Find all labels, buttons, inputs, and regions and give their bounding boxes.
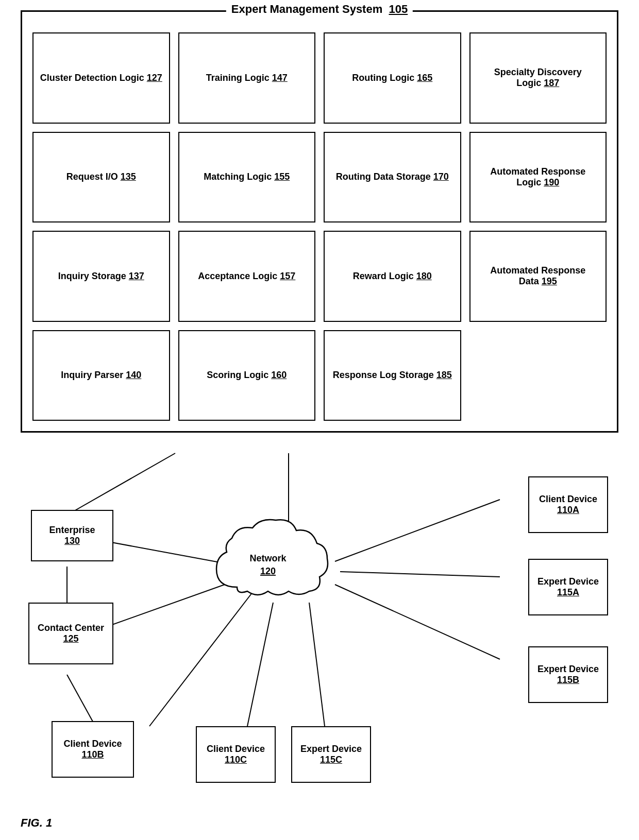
expert-device-c-box: Expert Device 115C bbox=[291, 726, 371, 783]
component-automated-response-logic: Automated Response Logic 190 bbox=[469, 132, 607, 223]
svg-text:Network: Network bbox=[249, 553, 287, 563]
component-cluster-detection: Cluster Detection Logic 127 bbox=[32, 32, 170, 124]
client-device-a-box: Client Device 110A bbox=[528, 476, 608, 533]
component-scoring-logic: Scoring Logic 160 bbox=[178, 330, 316, 421]
component-matching-logic: Matching Logic 155 bbox=[178, 132, 316, 223]
diagram-container: Expert Management System 105 Cluster Det… bbox=[0, 0, 639, 840]
expert-device-a-num: 115A bbox=[557, 587, 579, 598]
network-area: Enterprise 130 Contact Center 125 Client… bbox=[0, 448, 639, 839]
contact-center-box: Contact Center 125 bbox=[28, 603, 113, 664]
svg-line-2 bbox=[67, 675, 95, 726]
enterprise-box: Enterprise 130 bbox=[31, 510, 113, 561]
svg-line-9 bbox=[335, 500, 500, 561]
component-training-logic: Training Logic 147 bbox=[178, 32, 316, 124]
client-device-b-num: 110B bbox=[81, 749, 104, 760]
expert-device-b-box: Expert Device 115B bbox=[528, 646, 608, 703]
component-routing-data-storage: Routing Data Storage 170 bbox=[324, 132, 461, 223]
svg-line-6 bbox=[149, 592, 253, 726]
empty-cell bbox=[469, 330, 607, 421]
svg-line-0 bbox=[67, 453, 175, 515]
component-automated-response-data: Automated Response Data 195 bbox=[469, 231, 607, 322]
client-device-b-box: Client Device 110B bbox=[52, 721, 134, 778]
component-response-log-storage: Response Log Storage 185 bbox=[324, 330, 461, 421]
ems-grid: Cluster Detection Logic 127 Training Log… bbox=[22, 12, 617, 431]
expert-device-c-num: 115C bbox=[320, 755, 342, 765]
svg-line-11 bbox=[335, 585, 500, 659]
component-specialty-discovery: Specialty Discovery Logic 187 bbox=[469, 32, 607, 124]
client-device-b-label: Client Device bbox=[63, 739, 122, 749]
ems-title-num: 105 bbox=[389, 3, 408, 15]
client-device-a-label: Client Device bbox=[539, 494, 597, 505]
client-device-c-num: 110C bbox=[225, 755, 247, 765]
svg-line-8 bbox=[309, 603, 325, 726]
client-device-c-label: Client Device bbox=[207, 744, 265, 755]
svg-text:120: 120 bbox=[260, 566, 276, 576]
component-inquiry-storage: Inquiry Storage 137 bbox=[32, 231, 170, 322]
component-request-io: Request I/O 135 bbox=[32, 132, 170, 223]
expert-device-a-box: Expert Device 115A bbox=[528, 559, 608, 615]
client-device-a-num: 110A bbox=[557, 505, 579, 516]
component-routing-logic: Routing Logic 165 bbox=[324, 32, 461, 124]
expert-device-a-label: Expert Device bbox=[537, 576, 599, 587]
svg-line-10 bbox=[340, 572, 500, 577]
svg-line-7 bbox=[247, 603, 273, 726]
contact-center-num: 125 bbox=[63, 633, 78, 644]
component-reward-logic: Reward Logic 180 bbox=[324, 231, 461, 322]
contact-center-label: Contact Center bbox=[38, 623, 104, 633]
enterprise-num: 130 bbox=[64, 536, 80, 546]
fig-label: FIG. 1 bbox=[21, 816, 52, 830]
network-cloud-container: Network 120 bbox=[196, 515, 340, 608]
component-acceptance-logic: Acceptance Logic 157 bbox=[178, 231, 316, 322]
expert-device-b-label: Expert Device bbox=[537, 664, 599, 675]
network-cloud-svg: Network 120 bbox=[196, 515, 340, 608]
enterprise-label: Enterprise bbox=[49, 525, 95, 536]
component-inquiry-parser: Inquiry Parser 140 bbox=[32, 330, 170, 421]
expert-device-c-label: Expert Device bbox=[300, 744, 362, 755]
client-device-c-box: Client Device 110C bbox=[196, 726, 276, 783]
ems-title-text: Expert Management System bbox=[231, 3, 382, 15]
ems-title: Expert Management System 105 bbox=[226, 3, 413, 16]
ems-box: Expert Management System 105 Cluster Det… bbox=[21, 10, 618, 433]
expert-device-b-num: 115B bbox=[557, 675, 579, 685]
